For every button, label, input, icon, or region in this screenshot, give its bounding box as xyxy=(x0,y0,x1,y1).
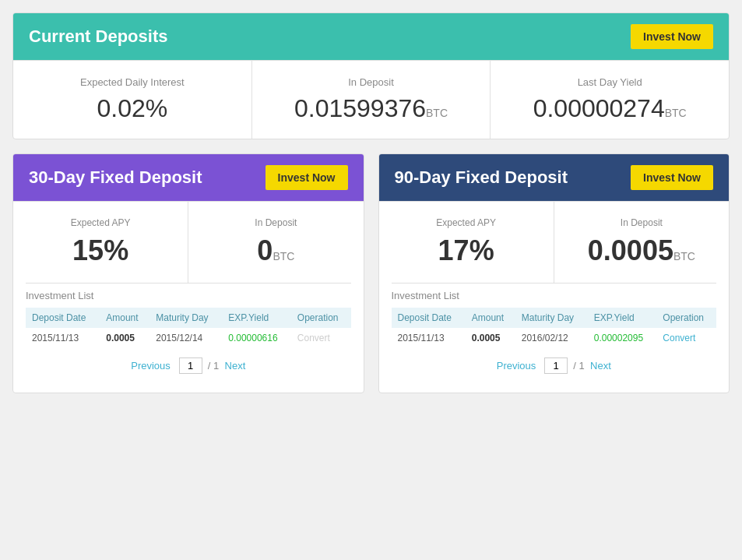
30-day-next-link[interactable]: Next xyxy=(225,360,246,372)
amount-cell: 0.0005 xyxy=(466,328,515,348)
90-day-deposit-label: In Deposit xyxy=(570,217,713,228)
amount-cell: 0.0005 xyxy=(100,328,149,348)
90-day-page-input[interactable] xyxy=(544,357,568,374)
expected-daily-interest-label: Expected Daily Interest xyxy=(29,76,236,88)
30-day-header: 30-Day Fixed Deposit Invest Now xyxy=(13,154,364,201)
col-operation: Operation xyxy=(291,308,351,328)
col-deposit-date: Deposit Date xyxy=(392,308,466,328)
90-day-header: 90-Day Fixed Deposit Invest Now xyxy=(379,154,730,201)
current-deposits-stats: Expected Daily Interest 0.02% In Deposit… xyxy=(13,60,729,139)
90-day-investment-list-title: Investment List xyxy=(392,283,717,301)
90-day-invest-button[interactable]: Invest Now xyxy=(631,165,713,190)
30-day-investment-table: Deposit Date Amount Maturity Day EXP.Yie… xyxy=(26,308,351,348)
maturity-day-cell: 2016/02/12 xyxy=(515,328,588,348)
30-day-apy-item: Expected APY 15% xyxy=(13,202,188,283)
90-day-stats: Expected APY 17% In Deposit 0.0005BTC xyxy=(379,201,730,283)
90-day-pagination: Previous / 1 Next xyxy=(392,348,717,380)
col-operation: Operation xyxy=(656,308,716,328)
30-day-deposit-value: 0BTC xyxy=(204,234,347,267)
30-day-page-input[interactable] xyxy=(179,357,202,374)
30-day-title: 30-Day Fixed Deposit xyxy=(29,167,202,188)
convert-link[interactable]: Convert xyxy=(663,333,695,343)
operation-cell[interactable]: Convert xyxy=(656,328,716,348)
30-day-deposit-item: In Deposit 0BTC xyxy=(188,202,363,283)
last-day-yield-value: 0.00000274BTC xyxy=(506,94,713,123)
exp-yield-cell: 0.00002095 xyxy=(588,328,657,348)
30-day-investment-list-section: Investment List Deposit Date Amount Matu… xyxy=(13,283,364,393)
expected-daily-interest-item: Expected Daily Interest 0.02% xyxy=(13,61,252,139)
30-day-investment-list-title: Investment List xyxy=(26,283,351,301)
30-day-apy-label: Expected APY xyxy=(29,217,172,228)
90-day-apy-label: Expected APY xyxy=(395,217,538,228)
90-day-investment-table: Deposit Date Amount Maturity Day EXP.Yie… xyxy=(392,308,717,348)
30-day-stats: Expected APY 15% In Deposit 0BTC xyxy=(13,201,364,283)
30-day-fixed-deposit-card: 30-Day Fixed Deposit Invest Now Expected… xyxy=(12,153,364,393)
current-deposits-title: Current Deposits xyxy=(29,26,167,47)
current-deposits-card: Current Deposits Invest Now Expected Dai… xyxy=(12,12,730,139)
90-day-fixed-deposit-card: 90-Day Fixed Deposit Invest Now Expected… xyxy=(378,153,730,393)
90-day-investment-list-section: Investment List Deposit Date Amount Matu… xyxy=(379,283,730,393)
col-exp-yield: EXP.Yield xyxy=(588,308,657,328)
expected-daily-interest-value: 0.02% xyxy=(29,94,236,123)
col-deposit-date: Deposit Date xyxy=(26,308,100,328)
table-row: 2015/11/13 0.0005 2015/12/14 0.00000616 … xyxy=(26,328,351,348)
last-day-yield-label: Last Day Yield xyxy=(506,76,713,88)
90-day-deposit-value: 0.0005BTC xyxy=(570,234,713,267)
90-day-deposit-item: In Deposit 0.0005BTC xyxy=(554,202,729,283)
exp-yield-cell: 0.00000616 xyxy=(222,328,291,348)
in-deposit-label: In Deposit xyxy=(268,76,475,88)
90-day-apy-value: 17% xyxy=(395,234,538,267)
deposit-date-cell: 2015/11/13 xyxy=(392,328,466,348)
col-amount: Amount xyxy=(100,308,149,328)
30-day-apy-value: 15% xyxy=(29,234,172,267)
deposit-date-cell: 2015/11/13 xyxy=(26,328,100,348)
fixed-deposits-row: 30-Day Fixed Deposit Invest Now Expected… xyxy=(12,153,730,393)
30-day-invest-button[interactable]: Invest Now xyxy=(266,165,348,190)
in-deposit-item: In Deposit 0.01599376BTC xyxy=(252,61,491,139)
col-amount: Amount xyxy=(466,308,515,328)
30-day-previous-link[interactable]: Previous xyxy=(131,360,171,372)
current-deposits-header: Current Deposits Invest Now xyxy=(13,13,729,60)
operation-cell: Convert xyxy=(291,328,351,348)
30-day-deposit-label: In Deposit xyxy=(204,217,347,228)
30-day-pagination: Previous / 1 Next xyxy=(26,348,351,380)
90-day-next-link[interactable]: Next xyxy=(590,360,611,372)
30-day-table-header-row: Deposit Date Amount Maturity Day EXP.Yie… xyxy=(26,308,351,328)
current-deposits-invest-button[interactable]: Invest Now xyxy=(631,24,713,49)
maturity-day-cell: 2015/12/14 xyxy=(149,328,222,348)
in-deposit-value: 0.01599376BTC xyxy=(268,94,475,123)
90-day-apy-item: Expected APY 17% xyxy=(379,202,554,283)
table-row: 2015/11/13 0.0005 2016/02/12 0.00002095 … xyxy=(392,328,717,348)
90-day-table-header-row: Deposit Date Amount Maturity Day EXP.Yie… xyxy=(392,308,717,328)
col-maturity-day: Maturity Day xyxy=(149,308,222,328)
90-day-previous-link[interactable]: Previous xyxy=(497,360,536,372)
90-day-title: 90-Day Fixed Deposit xyxy=(395,167,568,188)
col-maturity-day: Maturity Day xyxy=(515,308,588,328)
last-day-yield-item: Last Day Yield 0.00000274BTC xyxy=(491,61,729,139)
col-exp-yield: EXP.Yield xyxy=(222,308,291,328)
